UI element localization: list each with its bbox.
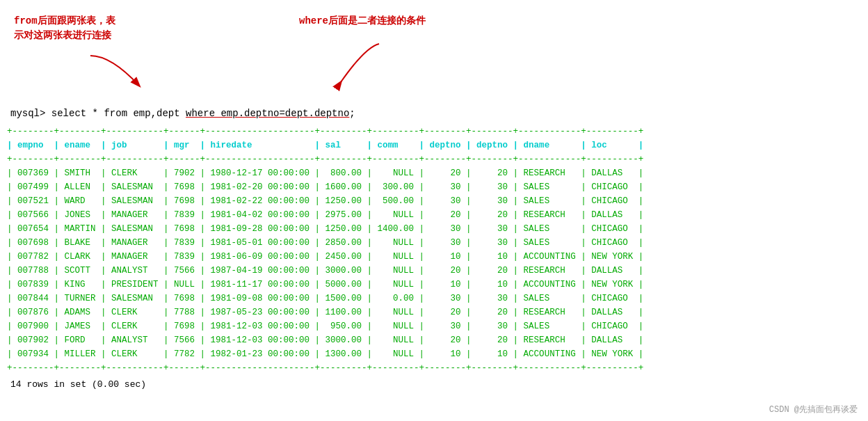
table-row: | 007654 | MARTIN | SALESMAN | 7698 | 19…	[7, 222, 861, 236]
table-row: | 007934 | MILLER | CLERK | 7782 | 1982-…	[7, 347, 861, 361]
table-top-border: +--------+--------+-----------+------+--…	[7, 125, 861, 138]
csdn-watermark: CSDN @先搞面包再谈爱	[769, 404, 858, 415]
table-row: | 007566 | JONES | MANAGER | 7839 | 1981…	[7, 208, 861, 222]
table-row: | 007844 | TURNER | SALESMAN | 7698 | 19…	[7, 292, 861, 305]
sql-end: ;	[349, 108, 355, 119]
right-arrow-icon	[330, 40, 400, 93]
left-annotation: from后面跟两张表，表 示对这两张表进行连接	[14, 14, 153, 43]
table-row: | 007902 | FORD | ANALYST | 7566 | 1981-…	[7, 333, 861, 347]
table-row: | 007698 | BLAKE | MANAGER | 7839 | 1981…	[7, 236, 861, 250]
rows-count: 14 rows in set (0.00 sec)	[10, 379, 146, 390]
table-bottom-border: +--------+--------+-----------+------+--…	[7, 361, 861, 375]
sql-keyword-select: select * from emp,dept	[51, 108, 186, 119]
table-header-border: +--------+--------+-----------+------+--…	[7, 152, 861, 166]
table-header: | empno | ename | job | mgr | hiredate |…	[7, 138, 861, 152]
table-row: | 007788 | SCOTT | ANALYST | 7566 | 1987…	[7, 264, 861, 278]
sql-query-area: mysql> select * from emp,dept where emp.…	[0, 104, 868, 125]
sql-where-clause: where emp.deptno=dept.deptno	[186, 108, 349, 119]
right-annotation-text: where后面是二者连接的条件	[299, 15, 426, 26]
left-arrow-icon	[70, 52, 160, 94]
table-row: | 007782 | CLARK | MANAGER | 7839 | 1981…	[7, 250, 861, 264]
query-result-table: +--------+--------+-----------+------+--…	[0, 125, 868, 375]
left-annotation-line1: from后面跟两张表，表	[14, 15, 115, 26]
sql-prompt: mysql>	[10, 108, 51, 119]
right-annotation: where后面是二者连接的条件	[299, 14, 426, 29]
table-row: | 007521 | WARD | SALESMAN | 7698 | 1981…	[7, 194, 861, 208]
left-annotation-line2: 示对这两张表进行连接	[14, 30, 111, 41]
annotation-area: from后面跟两张表，表 示对这两张表进行连接 where后面是二者连接的条件	[0, 7, 868, 104]
table-row: | 007369 | SMITH | CLERK | 7902 | 1980-1…	[7, 166, 861, 180]
table-row: | 007839 | KING | PRESIDENT | NULL | 198…	[7, 278, 861, 292]
table-row: | 007900 | JAMES | CLERK | 7698 | 1981-1…	[7, 319, 861, 333]
query-footer: 14 rows in set (0.00 sec)	[0, 375, 868, 394]
watermark-text: CSDN @先搞面包再谈爱	[769, 405, 858, 415]
table-row: | 007499 | ALLEN | SALESMAN | 7698 | 198…	[7, 180, 861, 194]
table-row: | 007876 | ADAMS | CLERK | 7788 | 1987-0…	[7, 305, 861, 319]
